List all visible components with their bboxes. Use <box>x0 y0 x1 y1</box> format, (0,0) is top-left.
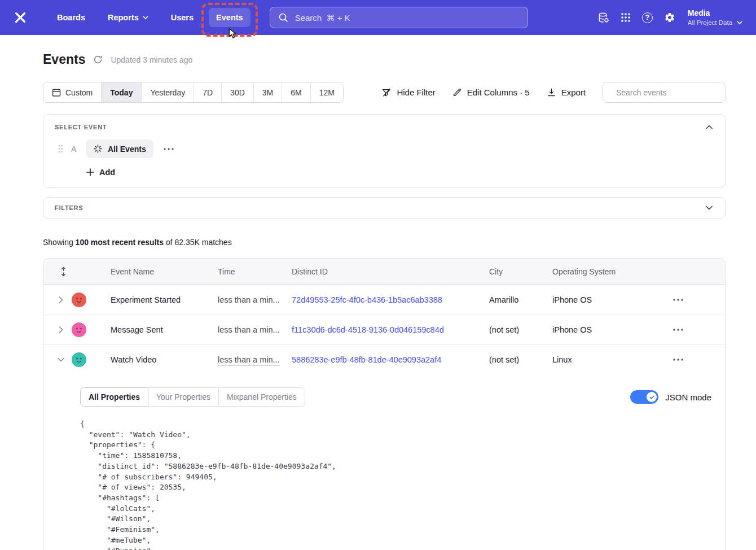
search-events-field <box>603 82 726 103</box>
drag-handle-icon[interactable] <box>58 145 63 153</box>
table-row: Experiment Started less than a min... 72… <box>43 285 725 315</box>
cell-distinct-id[interactable]: 72d49553-25fc-4f0c-b436-1b5ac6ab3388 <box>292 295 489 304</box>
chevron-right-icon[interactable] <box>56 294 65 305</box>
nav-item-events[interactable]: Events <box>209 8 250 27</box>
edit-columns-button[interactable]: Edit Columns · 5 <box>452 88 530 97</box>
event-json-view: { "event": "Watch Video", "properties": … <box>80 419 711 550</box>
table-row: Watch Video less than a min... 5886283e-… <box>43 344 725 374</box>
json-mode-toggle[interactable] <box>630 390 658 404</box>
filters-title: FILTERS <box>55 204 83 211</box>
cell-city: (not set) <box>489 355 552 364</box>
date-range-3m[interactable]: 3M <box>253 82 282 102</box>
apps-grid-icon[interactable] <box>621 12 631 23</box>
updated-timestamp: Updated 3 minutes ago <box>111 55 192 64</box>
results-summary: Showing 100 most recent results of 82.35… <box>43 238 726 247</box>
event-row-label: A <box>71 145 78 154</box>
project-subtitle: All Project Data <box>688 19 732 27</box>
add-event-button[interactable]: Add <box>83 167 118 177</box>
row-overflow-menu-icon[interactable] <box>671 296 685 303</box>
expand-all-icon[interactable] <box>58 265 69 278</box>
column-header-time[interactable]: Time <box>218 267 292 276</box>
tab-mixpanel-properties[interactable]: Mixpanel Properties <box>218 387 305 407</box>
results-count: 100 most recent results <box>76 238 164 247</box>
filters-card: FILTERS <box>43 197 726 219</box>
table-header-row: Event Name Time Distinct ID City Operati… <box>43 259 725 285</box>
cell-event-name: Watch Video <box>100 355 218 364</box>
cell-os: Linux <box>552 355 665 364</box>
table-row: Message Sent less than a min... f11c30d6… <box>43 315 725 344</box>
global-search-input[interactable] <box>294 12 520 23</box>
calendar-icon <box>52 88 61 97</box>
mixpanel-logo-icon[interactable] <box>14 10 28 25</box>
events-table: Event Name Time Distinct ID City Operati… <box>43 258 726 550</box>
date-range-12m[interactable]: 12M <box>310 82 343 102</box>
date-range-custom[interactable]: Custom <box>43 82 101 102</box>
select-event-card: SELECT EVENT A All Events Add <box>43 114 726 188</box>
nav-item-reports[interactable]: Reports <box>100 8 156 27</box>
json-mode-label: JSON mode <box>665 392 711 402</box>
toolbar: Custom Today Yesterday 7D 30D 3M 6M 12M … <box>43 82 726 103</box>
chevron-down-icon[interactable] <box>55 355 67 364</box>
date-range-7d[interactable]: 7D <box>194 82 221 102</box>
event-overflow-menu-icon[interactable] <box>161 146 176 152</box>
page-title: Events <box>43 52 85 67</box>
date-range-6m[interactable]: 6M <box>282 82 310 102</box>
cell-distinct-id[interactable]: f11c30d6-dc6d-4518-9136-0d046159c84d <box>292 325 489 334</box>
nav-item-users[interactable]: Users <box>164 8 201 27</box>
cursor-icon <box>228 28 238 40</box>
column-header-distinct-id[interactable]: Distinct ID <box>292 267 489 276</box>
page-header: Events Updated 3 minutes ago <box>43 52 726 67</box>
event-selector-row: A All Events <box>55 139 714 158</box>
chevron-down-icon <box>737 21 742 24</box>
row-overflow-menu-icon[interactable] <box>671 356 685 363</box>
cell-event-name: Message Sent <box>100 325 218 334</box>
navbar-actions: ? Media All Project Data <box>597 8 742 27</box>
date-range-30d[interactable]: 30D <box>221 82 253 102</box>
events-page: Events Updated 3 minutes ago Custom Toda… <box>43 52 726 550</box>
tab-your-properties[interactable]: Your Properties <box>148 387 219 407</box>
chevron-down-icon <box>143 16 148 19</box>
export-button[interactable]: Export <box>547 88 586 97</box>
row-overflow-menu-icon[interactable] <box>671 326 685 333</box>
search-events-input[interactable] <box>615 88 719 98</box>
selected-event-name: All Events <box>108 145 146 154</box>
nav-item-boards[interactable]: Boards <box>50 8 93 27</box>
column-header-os[interactable]: Operating System <box>552 267 665 276</box>
search-icon <box>278 12 288 23</box>
help-icon[interactable]: ? <box>642 12 653 23</box>
filter-slash-icon <box>381 88 392 98</box>
event-detail-panel: All Properties Your Properties Mixpanel … <box>43 374 725 550</box>
project-selector[interactable]: Media All Project Data <box>688 8 742 27</box>
cell-city: (not set) <box>489 325 552 334</box>
global-search <box>270 7 528 28</box>
avatar <box>72 352 86 367</box>
cell-time: less than a min... <box>218 295 292 304</box>
column-header-event-name[interactable]: Event Name <box>100 267 218 276</box>
tab-all-properties[interactable]: All Properties <box>80 387 148 407</box>
column-header-city[interactable]: City <box>489 267 552 276</box>
avatar <box>72 293 86 307</box>
cell-os: iPhone OS <box>552 295 665 304</box>
refresh-icon[interactable] <box>93 55 103 64</box>
date-range-yesterday[interactable]: Yesterday <box>141 82 194 102</box>
toolbar-actions: Hide Filter Edit Columns · 5 Export <box>381 82 726 103</box>
event-selector-chip[interactable]: All Events <box>86 139 153 158</box>
expand-chevron-down-icon[interactable] <box>705 204 714 211</box>
nav-item-label: Events <box>216 13 243 22</box>
gear-icon[interactable] <box>664 12 675 23</box>
toggle-knob <box>647 392 657 402</box>
collapse-chevron-up-icon[interactable] <box>705 124 714 130</box>
event-spark-icon <box>93 144 103 154</box>
chevron-right-icon[interactable] <box>56 324 65 335</box>
avatar <box>72 322 86 337</box>
cell-distinct-id[interactable]: 5886283e-e9fb-48fb-81de-40e9093a2af4 <box>292 355 489 364</box>
pencil-icon <box>452 88 462 97</box>
plus-icon <box>86 168 94 176</box>
cell-time: less than a min... <box>218 355 292 364</box>
hide-filter-button[interactable]: Hide Filter <box>381 88 435 98</box>
cell-event-name: Experiment Started <box>100 295 218 304</box>
primary-nav: Boards Reports Users Events <box>50 8 250 27</box>
date-range-today[interactable]: Today <box>101 82 141 102</box>
data-management-icon[interactable] <box>597 12 609 24</box>
check-icon <box>649 394 655 400</box>
